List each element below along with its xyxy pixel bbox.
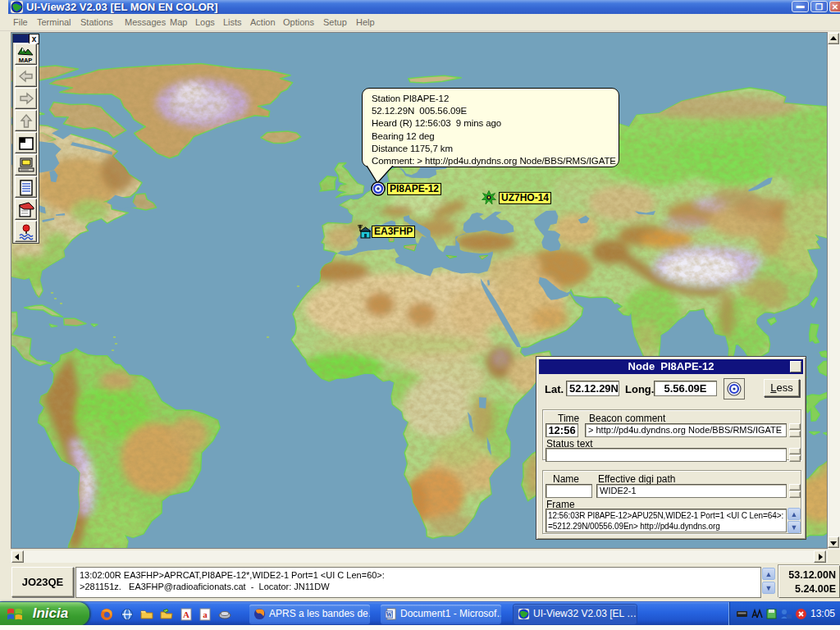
svg-text:A: A	[183, 609, 189, 619]
svg-text:a: a	[203, 609, 208, 619]
svg-text:MAP: MAP	[19, 57, 33, 64]
svg-text:W: W	[386, 611, 392, 619]
